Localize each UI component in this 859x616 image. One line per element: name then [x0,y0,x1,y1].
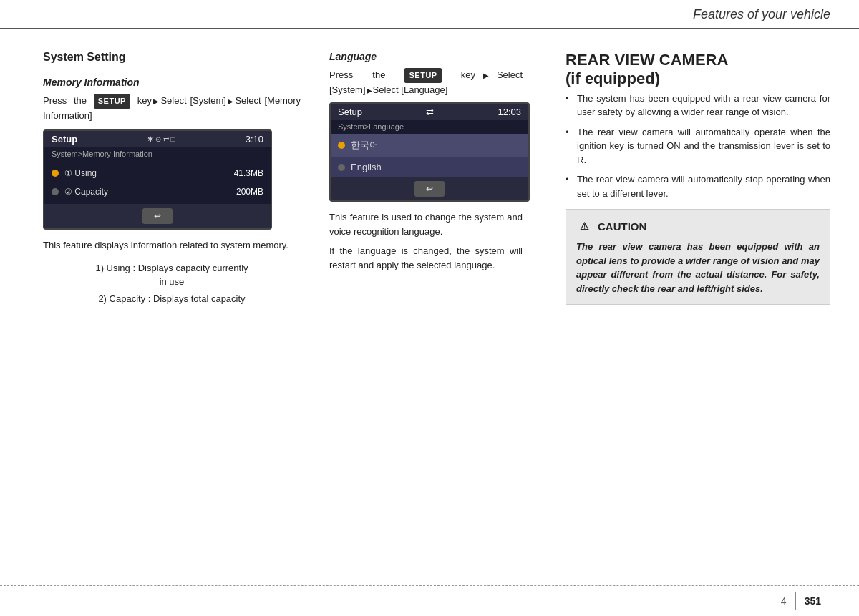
lang-screen-footer: ↩ [331,177,528,200]
lang-screen-header: Setup ⇄ 12:03 [331,104,528,120]
rvc-bullet-3: The rear view camera will automatically … [566,172,830,200]
setup-badge-language: SETUP [404,68,441,83]
screen-footer-memory: ↩ [44,204,271,228]
rvc-bullet-2: The rear view camera will automatically … [566,125,830,167]
arrow-icon-4: ▶ [367,87,372,94]
right-column: REAR VIEW CAMERA (if equipped) The syste… [544,51,830,308]
arrow-icon-1: ▶ [152,97,160,105]
screen-icons-memory: ✱ ⊙ ⇄ □ [147,135,175,143]
screen-title-memory: Setup [52,134,77,145]
caution-text: The rear view camera has been equipped w… [576,240,820,295]
bullet-capacity [52,188,59,195]
caution-label: CAUTION [598,220,646,233]
screen-body-memory: ① Using 41.3MB ② Capacity 200MB [44,161,271,204]
using-label: ① Using [64,168,228,178]
lang-row-korean: 한국어 [331,134,528,157]
subsection-heading-language: Language [329,51,523,62]
back-button-memory[interactable]: ↩ [142,208,173,224]
page-number: 351 [796,592,830,610]
language-press-instruction: Press the SETUP key▶Select [System]▶Sele… [329,68,523,97]
screen-path-memory: System>Memory Information [44,147,271,161]
screen-header-memory: Setup ✱ ⊙ ⇄ □ 3:10 [44,131,271,147]
rvc-bullet-1: The system has been equipped with a rear… [566,92,830,119]
screen-row-capacity: ② Capacity 200MB [44,182,271,201]
rvc-heading-line2: (if equipped) [566,69,660,87]
rvc-heading-line1: REAR VIEW CAMERA [566,51,728,69]
language-desc2: If the language is changed, the system w… [329,244,523,272]
arrow-icon-3: ▶ [476,72,496,79]
using-value: 41.3MB [234,168,263,178]
header-bar: Features of your vehicle [0,0,859,29]
rvc-bullet-list: The system has been equipped with a rear… [566,92,830,201]
lang-rows: 한국어 English [331,134,528,177]
caution-icon: ⚠ [576,218,592,234]
screen-row-using: ① Using 41.3MB [44,164,271,182]
page-number-box: 4 351 [772,592,830,610]
rvc-heading: REAR VIEW CAMERA (if equipped) [566,51,830,89]
footer: 4 351 [0,585,859,616]
arrow-icon-2: ▶ [227,97,235,105]
caution-title: ⚠ CAUTION [576,218,820,234]
bullet-using [52,170,59,177]
lang-screen-title: Setup [338,107,362,117]
subsection-heading-memory: Memory Information [43,77,301,88]
lang-label-english: English [351,162,382,172]
memory-desc: This feature displays information relate… [43,238,301,253]
language-screen: Setup ⇄ 12:03 System>Language 한국어 Englis… [329,102,530,202]
capacity-value: 200MB [236,187,263,197]
memory-screen: Setup ✱ ⊙ ⇄ □ 3:10 System>Memory Informa… [43,129,272,230]
lang-row-english: English [331,157,528,177]
lang-screen-time: 12:03 [498,107,521,117]
content-area: System Setting Memory Information Press … [0,29,859,323]
lang-screen-icon: ⇄ [426,107,434,117]
lang-label-korean: 한국어 [351,139,379,152]
screen-time-memory: 3:10 [246,134,263,145]
memory-list: 1) Using : Displays capacity currentlyin… [43,261,301,306]
list-item-capacity: 2) Capacity : Displays total capacity [43,292,301,306]
page-section: 4 [772,592,796,610]
left-column: System Setting Memory Information Press … [43,51,322,308]
header-title: Features of your vehicle [693,7,830,22]
language-desc1: This feature is used to change the syste… [329,210,523,238]
section-heading-system: System Setting [43,51,301,64]
caution-box: ⚠ CAUTION The rear view camera has been … [566,209,830,305]
capacity-label: ② Capacity [64,187,230,197]
mid-column: Language Press the SETUP key▶Select [Sys… [322,51,544,308]
memory-press-instruction: Press the SETUP key▶Select [System]▶Sele… [43,94,301,122]
setup-badge-memory: SETUP [94,94,130,109]
lang-bullet-korean [338,142,345,149]
back-button-language[interactable]: ↩ [414,181,445,197]
lang-bullet-english [338,164,345,171]
lang-screen-path: System>Language [331,120,528,134]
list-item-using: 1) Using : Displays capacity currentlyin… [43,261,301,289]
